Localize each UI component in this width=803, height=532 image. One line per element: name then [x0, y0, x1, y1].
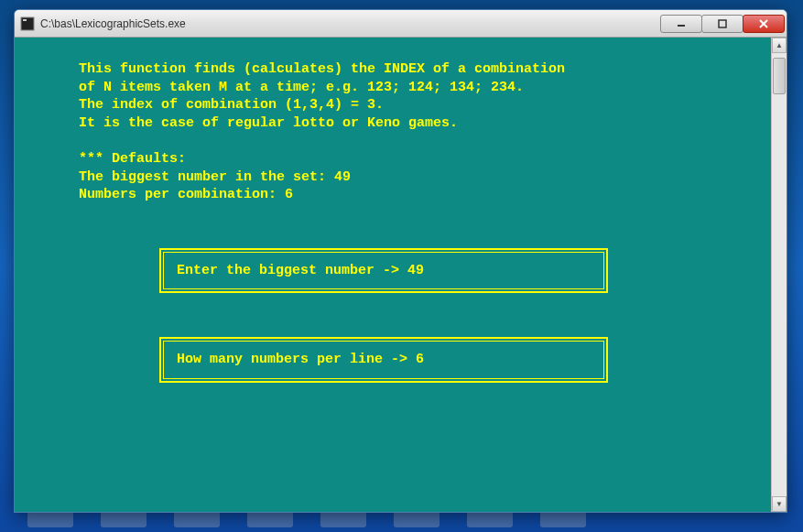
- defaults-perline: Numbers per combination: 6: [79, 186, 754, 204]
- minimize-button[interactable]: [660, 15, 702, 33]
- prompt-value: 6: [416, 352, 424, 367]
- console-text-line: It is the case of regular lotto or Keno …: [79, 114, 754, 133]
- window-controls: [661, 15, 785, 33]
- svg-rect-3: [719, 20, 726, 27]
- console-area: This function finds (calculates) the IND…: [15, 38, 787, 512]
- prompt-label: How many numbers per line ->: [177, 352, 416, 367]
- scroll-track[interactable]: [772, 53, 787, 496]
- console-text-line: of N items taken M at a time; e.g. 123; …: [79, 79, 754, 97]
- svg-rect-1: [23, 19, 27, 21]
- app-icon: [20, 16, 35, 31]
- console-content[interactable]: This function finds (calculates) the IND…: [15, 38, 771, 512]
- console-text-line: The index of combination (1,3,4) = 3.: [79, 96, 754, 114]
- prompt-numbers-per-line[interactable]: How many numbers per line -> 6: [159, 337, 608, 383]
- window-title: C:\bas\LexicographicSets.exe: [40, 17, 661, 30]
- close-button[interactable]: [743, 15, 785, 33]
- prompt-value: 49: [407, 263, 424, 278]
- prompt-biggest-number[interactable]: Enter the biggest number -> 49: [159, 248, 608, 294]
- scroll-down-button[interactable]: ▼: [772, 496, 787, 512]
- scroll-thumb[interactable]: [773, 58, 786, 94]
- defaults-header: *** Defaults:: [79, 150, 754, 168]
- defaults-biggest: The biggest number in the set: 49: [79, 168, 754, 187]
- prompt-label: Enter the biggest number ->: [177, 263, 407, 278]
- application-window: C:\bas\LexicographicSets.exe This functi…: [14, 9, 787, 513]
- maximize-button[interactable]: [701, 15, 743, 33]
- titlebar[interactable]: C:\bas\LexicographicSets.exe: [15, 10, 787, 38]
- console-text-line: This function finds (calculates) the IND…: [79, 60, 754, 79]
- scroll-up-button[interactable]: ▲: [772, 38, 787, 53]
- vertical-scrollbar[interactable]: ▲ ▼: [771, 38, 787, 512]
